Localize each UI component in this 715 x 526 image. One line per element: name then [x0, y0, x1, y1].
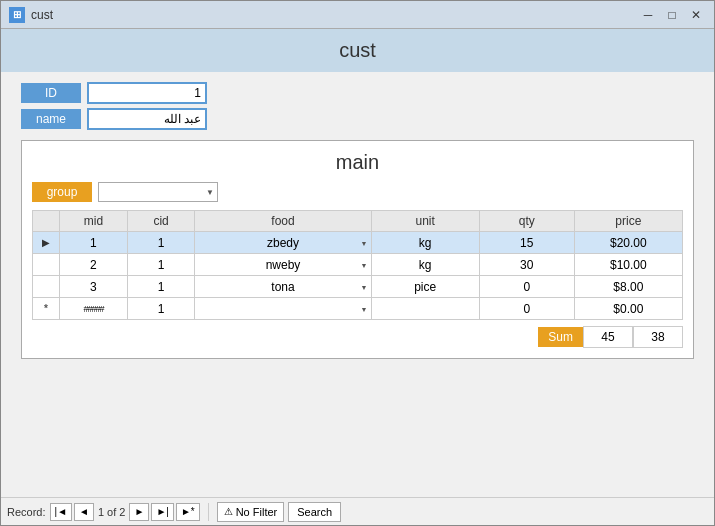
nav-new-button[interactable]: ►* [176, 503, 200, 521]
row-indicator: * [33, 298, 60, 320]
food-dropdown-icon[interactable]: ▼ [361, 305, 368, 312]
status-bar: Record: |◄ ◄ 1 of 2 ► ►| ►* ⚠ No Filter … [1, 497, 714, 525]
col-header-unit: unit [371, 211, 479, 232]
row-indicator [33, 254, 60, 276]
group-row: group [32, 182, 683, 202]
sub-panel: main group mid cid food [21, 140, 694, 359]
sub-panel-title: main [32, 151, 683, 174]
window-title: cust [31, 8, 53, 22]
nav-controls-right: ► ►| ►* [129, 503, 199, 521]
main-window: ⊞ cust ─ □ ✕ cust ID name main [0, 0, 715, 526]
name-row: name [21, 108, 694, 130]
data-table: mid cid food unit qty price ▶11zbedy▼kg1… [32, 210, 683, 320]
record-label: Record: [7, 506, 46, 518]
group-select-wrapper [98, 182, 218, 202]
col-header-food: food [195, 211, 371, 232]
cell-cid[interactable]: 1 [127, 232, 195, 254]
food-dropdown-icon[interactable]: ▼ [361, 283, 368, 290]
separator [208, 503, 209, 521]
cell-price[interactable]: $10.00 [574, 254, 682, 276]
sum-price: 38 [633, 326, 683, 348]
title-bar-left: ⊞ cust [9, 7, 53, 23]
cell-qty[interactable]: 30 [479, 254, 574, 276]
cell-price[interactable]: $8.00 [574, 276, 682, 298]
cell-food[interactable]: ▼ [195, 298, 371, 320]
sum-row: Sum 45 38 [32, 326, 683, 348]
food-dropdown-icon[interactable]: ▼ [361, 261, 368, 268]
sum-label: Sum [538, 327, 583, 347]
cell-cid[interactable]: 1 [127, 254, 195, 276]
col-header-price: price [574, 211, 682, 232]
cell-food[interactable]: tona▼ [195, 276, 371, 298]
col-header-qty: qty [479, 211, 574, 232]
group-label: group [32, 182, 92, 202]
filter-label: No Filter [236, 506, 278, 518]
table-header: mid cid food unit qty price [33, 211, 683, 232]
main-content: ID name main group [1, 72, 714, 497]
cell-cid[interactable]: 1 [127, 276, 195, 298]
nav-next-button[interactable]: ► [129, 503, 149, 521]
cell-mid[interactable]: 1 [60, 232, 128, 254]
id-row: ID [21, 82, 694, 104]
cell-cid[interactable]: 1 [127, 298, 195, 320]
app-title: cust [1, 29, 714, 72]
food-dropdown-icon[interactable]: ▼ [361, 239, 368, 246]
cell-unit[interactable]: kg [371, 232, 479, 254]
title-bar: ⊞ cust ─ □ ✕ [1, 1, 714, 29]
cell-price[interactable]: $0.00 [574, 298, 682, 320]
nav-first-button[interactable]: |◄ [50, 503, 73, 521]
name-label: name [21, 109, 81, 129]
row-indicator [33, 276, 60, 298]
search-button[interactable]: Search [288, 502, 341, 522]
cell-mid[interactable]: ##### [60, 298, 128, 320]
nav-last-button[interactable]: ►| [151, 503, 174, 521]
record-position: 1 of 2 [98, 506, 126, 518]
cell-food[interactable]: zbedy▼ [195, 232, 371, 254]
form-fields: ID name [21, 82, 694, 130]
app-icon: ⊞ [9, 7, 25, 23]
cell-mid[interactable]: 2 [60, 254, 128, 276]
filter-button[interactable]: ⚠ No Filter [217, 502, 285, 522]
nav-controls: |◄ ◄ [50, 503, 94, 521]
cell-food[interactable]: nweby▼ [195, 254, 371, 276]
sum-qty: 45 [583, 326, 633, 348]
title-bar-controls: ─ □ ✕ [638, 6, 706, 24]
col-header-indicator [33, 211, 60, 232]
cell-unit[interactable] [371, 298, 479, 320]
nav-prev-button[interactable]: ◄ [74, 503, 94, 521]
row-indicator: ▶ [33, 232, 60, 254]
cell-qty[interactable]: 0 [479, 276, 574, 298]
group-select[interactable] [98, 182, 218, 202]
cell-price[interactable]: $20.00 [574, 232, 682, 254]
id-input[interactable] [87, 82, 207, 104]
cell-unit[interactable]: pice [371, 276, 479, 298]
name-input[interactable] [87, 108, 207, 130]
col-header-cid: cid [127, 211, 195, 232]
col-header-mid: mid [60, 211, 128, 232]
filter-icon: ⚠ [224, 506, 233, 517]
close-button[interactable]: ✕ [686, 6, 706, 24]
cell-mid[interactable]: 3 [60, 276, 128, 298]
minimize-button[interactable]: ─ [638, 6, 658, 24]
cell-qty[interactable]: 0 [479, 298, 574, 320]
cell-unit[interactable]: kg [371, 254, 479, 276]
id-label: ID [21, 83, 81, 103]
cell-qty[interactable]: 15 [479, 232, 574, 254]
table-row[interactable]: *#####1▼0$0.00 [33, 298, 683, 320]
table-row[interactable]: 21nweby▼kg30$10.00 [33, 254, 683, 276]
table-row[interactable]: ▶11zbedy▼kg15$20.00 [33, 232, 683, 254]
table-row[interactable]: 31tona▼pice0$8.00 [33, 276, 683, 298]
maximize-button[interactable]: □ [662, 6, 682, 24]
